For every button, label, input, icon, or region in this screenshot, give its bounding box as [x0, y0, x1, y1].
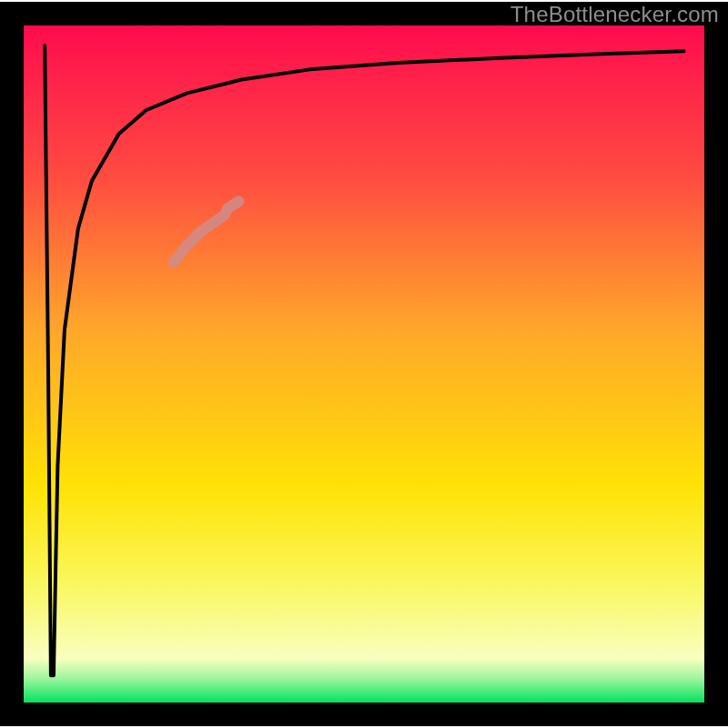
chart-container: TheBottleneсker.com — [0, 0, 728, 728]
watermark-text: TheBottleneсker.com — [511, 2, 719, 27]
bottleneck-curve-chart — [0, 0, 728, 728]
